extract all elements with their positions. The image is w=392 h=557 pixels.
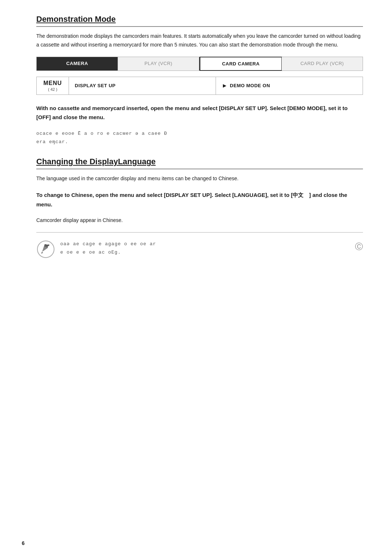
scrambled-text-block: ocace e eooe Ē a o ro e cacмer ə a caee …	[36, 129, 363, 146]
mode-tab-camera[interactable]: CAMERA	[37, 57, 118, 70]
section-demonstration: Demonstration Mode The demonstration mod…	[36, 15, 363, 146]
mode-tab-card-play-vcr[interactable]: CARD PLAY (VCR)	[282, 57, 363, 70]
section2-divider	[36, 169, 363, 169]
note-settings-icon: Ⓒ	[355, 240, 363, 252]
menu-row: MENU ( 42 ) DISPLAY SET UP ► DEMO MODE O…	[36, 77, 363, 95]
display-language-heading: Changing the DisplayLanguage	[36, 157, 363, 166]
menu-label-box: MENU ( 42 )	[36, 77, 69, 95]
demonstration-heading: Demonstration Mode	[36, 15, 363, 24]
page-number: 6	[22, 540, 25, 546]
page-container: Demonstration Mode The demonstration mod…	[0, 0, 392, 557]
note-scrambled-1: oaə ae cage e agage o ee oe ar	[60, 240, 350, 248]
scrambled-line-2: era eɱcar.	[36, 138, 363, 146]
note-text-block: oaə ae cage e agage o ee oe ar e oe e e …	[60, 240, 350, 257]
menu-arrow-icon: ►	[222, 82, 228, 89]
note-scrambled-2: e oe e e oe ac oEg.	[60, 248, 350, 257]
note-pencil-icon	[37, 240, 55, 258]
menu-steps: DISPLAY SET UP ► DEMO MODE ON	[69, 77, 363, 95]
menu-label-sub: ( 42 )	[48, 87, 57, 92]
demonstration-instruction: With no cassette and memorycard inserted…	[36, 104, 363, 122]
mode-tab-play-vcr[interactable]: PLAY (VCR)	[118, 57, 199, 70]
menu-step-2: ► DEMO MODE ON	[216, 77, 363, 94]
scrambled-line-1: ocace e eooe Ē a o ro e cacмer ə a caee …	[36, 129, 363, 138]
menu-label: MENU	[43, 80, 62, 86]
note-box: oaə ae cage e agage o ee oe ar e oe e e …	[36, 240, 363, 259]
display-language-instruction: To change to Chinese, open the menu and …	[36, 190, 363, 209]
note-divider	[36, 232, 363, 233]
display-language-intro: The language used in the camcorder displ…	[36, 174, 363, 183]
display-language-sub: Camcorder display appear in Chinese.	[36, 216, 363, 225]
section-divider	[36, 26, 363, 27]
mode-bar: CAMERA PLAY (VCR) CARD CAMERA CARD PLAY …	[36, 57, 363, 71]
menu-step-1: DISPLAY SET UP	[69, 77, 216, 94]
mode-tab-card-camera[interactable]: CARD CAMERA	[200, 57, 282, 71]
demonstration-intro: The demonstration mode displays the camc…	[36, 32, 363, 49]
section-display-language: Changing the DisplayLanguage The languag…	[36, 157, 363, 259]
note-icon	[36, 240, 55, 259]
